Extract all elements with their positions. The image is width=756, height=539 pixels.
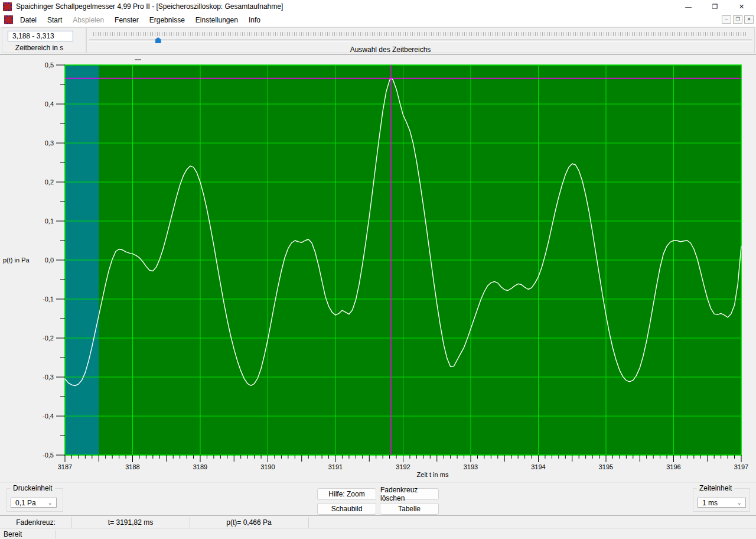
svg-text:-0,5: -0,5 <box>43 452 54 459</box>
crosshair-time-value: t= 3191,82 ms <box>71 516 190 529</box>
hilfe-zoom-button[interactable]: Hilfe: Zoom <box>317 488 376 500</box>
crosshair-pressure-value: p(t)= 0,466 Pa <box>190 516 308 529</box>
x-axis: 3187318831893190319131923193319431953196… <box>58 455 748 478</box>
chevron-down-icon: ⌄ <box>48 499 53 505</box>
zeiteinheit-group: Zeiteinheit 1 ms ⌄ <box>693 488 750 512</box>
menu-item-datei[interactable]: Datei <box>15 14 42 27</box>
fadenkreuz-loeschen-button[interactable]: Fadenkreuz löschen <box>380 488 439 500</box>
svg-text:3192: 3192 <box>396 463 410 470</box>
ready-status: Bereit <box>4 530 22 538</box>
oscilloscope-chart: 0,50,40,30,20,10,0-0,1-0,2-0,3-0,4-0,5p(… <box>0 57 756 482</box>
svg-text:3190: 3190 <box>260 463 275 470</box>
controls-panel: Druckeinheit 0,1 Pa ⌄ Hilfe: Zoom Fadenk… <box>0 482 756 516</box>
svg-text:0,5: 0,5 <box>45 61 54 69</box>
druckeinheit-group: Druckeinheit 0,1 Pa ⌄ <box>6 488 63 512</box>
schaubild-button[interactable]: Schaubild <box>317 503 376 515</box>
menu-item-start[interactable]: Start <box>42 14 67 27</box>
svg-text:0,3: 0,3 <box>45 139 54 147</box>
time-range-input[interactable] <box>8 31 73 41</box>
svg-text:-0,3: -0,3 <box>43 374 54 381</box>
svg-text:3194: 3194 <box>531 463 545 470</box>
zeiteinheit-value: 1 ms <box>702 499 718 507</box>
slider-caption: Auswahl des Zeitbereichs <box>350 46 431 54</box>
application-window: Spaichinger Schallpegelmesser 4,99 Pro I… <box>0 0 756 539</box>
svg-text:-0,1: -0,1 <box>43 296 54 303</box>
time-range-toolbar: Zeitbereich in s Auswahl des Zeitbereich… <box>0 27 756 54</box>
main-status-bar: Bereit <box>0 528 756 539</box>
menu-item-fenster[interactable]: Fenster <box>109 14 144 27</box>
svg-text:3195: 3195 <box>599 463 613 470</box>
menu-item-ergebnisse[interactable]: Ergebnisse <box>144 14 190 27</box>
svg-text:3191: 3191 <box>328 463 343 470</box>
title-bar: Spaichinger Schallpegelmesser 4,99 Pro I… <box>0 0 756 13</box>
document-icon <box>4 15 13 24</box>
zeiteinheit-label: Zeiteinheit <box>697 484 734 492</box>
time-range-group: Zeitbereich in s <box>2 27 86 53</box>
mdi-minimize-button[interactable]: – <box>722 15 731 24</box>
time-range-slider-group: Auswahl des Zeitbereichs <box>86 27 755 53</box>
svg-text:-0,2: -0,2 <box>43 335 54 342</box>
close-button[interactable]: ✕ <box>728 0 755 13</box>
svg-text:3193: 3193 <box>464 463 478 470</box>
chevron-down-icon: ⌄ <box>737 499 742 505</box>
svg-text:0,1: 0,1 <box>45 217 54 225</box>
y-axis-title: p(t) in Pa <box>3 256 30 264</box>
slider-tick-marks <box>93 32 748 36</box>
time-range-label: Zeitbereich in s <box>2 44 76 52</box>
crosshair-status-label: Fadenkreuz: <box>0 516 71 529</box>
window-title: Spaichinger Schallpegelmesser 4,99 Pro I… <box>16 2 283 11</box>
menu-item-abspielen: Abspielen <box>67 14 109 27</box>
svg-text:0,4: 0,4 <box>45 100 54 108</box>
druckeinheit-select[interactable]: 0,1 Pa ⌄ <box>11 498 57 508</box>
druckeinheit-label: Druckeinheit <box>11 484 55 492</box>
svg-text:3188: 3188 <box>125 463 139 470</box>
tabelle-button[interactable]: Tabelle <box>380 503 439 515</box>
svg-text:3197: 3197 <box>734 463 748 470</box>
status-divider <box>56 530 56 538</box>
slider-thumb[interactable] <box>155 37 161 43</box>
status-divider <box>308 517 309 528</box>
crosshair-status-bar: Fadenkreuz: t= 3191,82 ms p(t)= 0,466 Pa <box>0 515 756 529</box>
svg-text:-0,4: -0,4 <box>43 413 54 420</box>
x-axis-title: Zeit t in ms <box>417 471 449 478</box>
svg-text:0,0: 0,0 <box>45 256 54 264</box>
restore-button[interactable]: ❐ <box>702 0 728 13</box>
svg-text:3196: 3196 <box>666 463 680 470</box>
menu-items: Datei Start Abspielen Fenster Ergebnisse… <box>15 14 266 27</box>
menu-bar: Datei Start Abspielen Fenster Ergebnisse… <box>0 13 756 27</box>
mdi-close-button[interactable]: ✕ <box>744 15 754 24</box>
svg-text:0,2: 0,2 <box>45 178 54 186</box>
menu-item-einstellungen[interactable]: Einstellungen <box>190 14 243 27</box>
mdi-restore-button[interactable]: ❐ <box>733 15 742 24</box>
y-axis: 0,50,40,30,20,10,0-0,1-0,2-0,3-0,4-0,5p(… <box>3 61 65 459</box>
app-icon <box>3 2 12 11</box>
zeiteinheit-select[interactable]: 1 ms ⌄ <box>698 498 746 508</box>
svg-text:3187: 3187 <box>58 463 72 470</box>
chart-canvas[interactable]: 0,50,40,30,20,10,0-0,1-0,2-0,3-0,4-0,5p(… <box>0 57 756 482</box>
druckeinheit-value: 0,1 Pa <box>15 499 36 507</box>
time-range-slider[interactable] <box>89 39 752 42</box>
svg-text:3189: 3189 <box>193 463 207 470</box>
minimize-button[interactable]: — <box>675 0 702 13</box>
menu-item-info[interactable]: Info <box>243 14 266 27</box>
